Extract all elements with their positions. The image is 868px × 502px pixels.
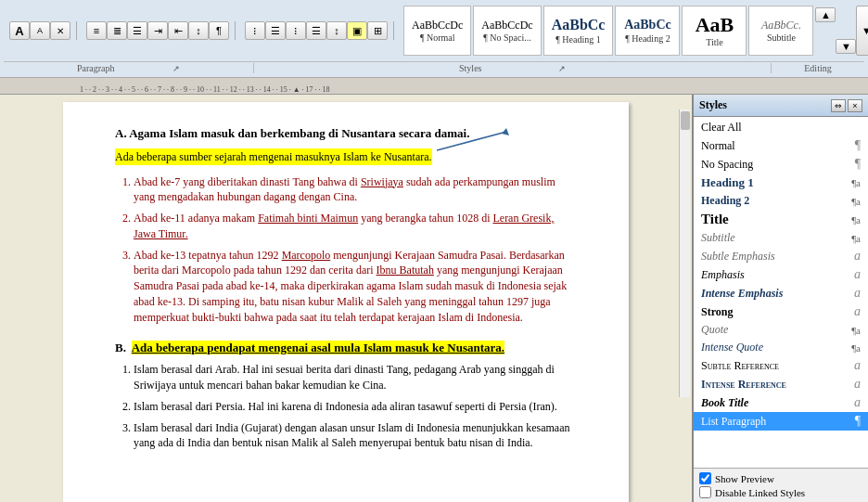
style-nospace-preview: AaBbCcDc — [481, 19, 532, 31]
styles-item-subtle-emphasis[interactable]: Subtle Emphasis a — [694, 247, 868, 265]
sort[interactable]: ↕ — [188, 21, 209, 40]
styles-scroll-up[interactable]: ▲ — [815, 7, 836, 22]
style-nospace[interactable]: AaBbCcDc ¶ No Spaci... — [473, 6, 541, 56]
styles-panel: Styles ⇔ × Clear All Normal ¶ No Spacing… — [692, 95, 868, 502]
style-h2-label: ¶ Heading 2 — [625, 33, 670, 44]
section-b: B. Ada beberapa pendapat mengenai asal m… — [115, 339, 577, 451]
style-title-label: Title — [706, 37, 723, 47]
style-normal[interactable]: AaBbCcDc ¶ Normal — [403, 6, 471, 56]
styles-item-subtitle[interactable]: Subtitle ¶a — [694, 229, 868, 247]
styles-section: AaBbCcDc ¶ Normal AaBbCcDc ¶ No Spaci...… — [398, 6, 868, 56]
styles-panel-footer: Show Preview Disable Linked Styles — [694, 468, 868, 502]
style-heading2[interactable]: AaBbCc ¶ Heading 2 — [615, 6, 680, 56]
section-a-heading: A. Agama Islam masuk dan berkembang di N… — [115, 124, 577, 143]
line-spacing[interactable]: ↕ — [326, 21, 347, 40]
list-b-item-2: Islam berasal dari Persia. Hal ini karen… — [134, 399, 577, 415]
styles-item-intense-emphasis[interactable]: Intense Emphasis a — [694, 284, 868, 302]
style-title-preview: AaB — [696, 15, 734, 35]
styles-item-clear-all[interactable]: Clear All — [694, 119, 868, 136]
style-normal-label: ¶ Normal — [420, 32, 455, 43]
editing-section-label: Editing — [772, 63, 864, 73]
list-section: ≡ ≣ ☰ ⇥ ⇤ ↕ ¶ — [81, 21, 236, 40]
styles-item-intense-reference[interactable]: Intense Reference a — [694, 375, 868, 393]
bullet-list[interactable]: ≡ — [86, 21, 107, 40]
styles-item-normal[interactable]: Normal ¶ — [694, 136, 868, 155]
align-section: ⫶ ☰ ⫶ ☰ ↕ ▣ ⊞ — [239, 21, 394, 40]
styles-list: Clear All Normal ¶ No Spacing ¶ Heading … — [694, 117, 868, 468]
shading[interactable]: ▣ — [347, 21, 367, 40]
section-a-intro: Ada beberapa sumber sejarah mengenai mas… — [115, 148, 432, 165]
style-heading1[interactable]: AaBbCc ¶ Heading 1 — [543, 6, 614, 56]
document-area: A. Agama Islam masuk dan berkembang di N… — [0, 95, 692, 502]
style-subtitle[interactable]: AaBbCc. Subtitle — [748, 6, 813, 56]
clear-format[interactable]: ✕ — [50, 21, 70, 40]
list-a-item-3: Abad ke-13 tepatnya tahun 1292 Marcopolo… — [134, 248, 577, 326]
ribbon: A A ✕ ≡ ≣ ☰ ⇥ ⇤ ↕ ¶ ⫶ ☰ ⫶ ☰ ↕ ▣ ⊞ AaBbCc… — [0, 0, 868, 78]
scrollbar-thumb[interactable] — [681, 111, 690, 130]
list-a-item-1: Abad ke-7 yang diberitakan dinasti Tang … — [134, 174, 577, 206]
toolbar-row: A A ✕ ≡ ≣ ☰ ⇥ ⇤ ↕ ¶ ⫶ ☰ ⫶ ☰ ↕ ▣ ⊞ AaBbCc… — [4, 2, 864, 59]
styles-scroll-down[interactable]: ▼ — [836, 39, 856, 54]
show-preview-checkbox[interactable] — [699, 472, 711, 484]
styles-panel-title: Styles — [699, 98, 727, 112]
styles-section-label: Styles ↗ — [254, 63, 772, 73]
style-nospace-label: ¶ No Spaci... — [483, 32, 530, 43]
style-subtitle-preview: AaBbCc. — [761, 19, 801, 31]
styles-scrollbar[interactable] — [679, 109, 690, 397]
list-a-item-2: Abad ke-11 adanya makam Fatimah binti Ma… — [134, 211, 577, 242]
style-h1-label: ¶ Heading 1 — [555, 34, 600, 45]
styles-item-book-title[interactable]: Book Title a — [694, 393, 868, 412]
font-size-decrease[interactable]: A — [9, 21, 30, 40]
list-a: Abad ke-7 yang diberitakan dinasti Tang … — [134, 174, 577, 326]
numbered-list[interactable]: ≣ — [107, 21, 127, 40]
ruler: 1 · · 2 · · 3 · · 4 · · 5 · · 6 · · 7 · … — [0, 78, 868, 95]
styles-item-quote[interactable]: Quote ¶a — [694, 321, 868, 339]
align-center[interactable]: ☰ — [265, 21, 286, 40]
styles-gallery: AaBbCcDc ¶ Normal AaBbCcDc ¶ No Spaci...… — [403, 6, 868, 56]
show-preview-label: Show Preview — [715, 473, 774, 484]
paragraph-section-label: Paragraph ↗ — [4, 63, 254, 73]
disable-linked-row: Disable Linked Styles — [699, 486, 862, 498]
show-marks[interactable]: ¶ — [209, 21, 229, 40]
styles-item-title[interactable]: Title ¶a — [694, 210, 868, 229]
font-size-increase[interactable]: A — [30, 21, 50, 40]
increase-indent[interactable]: ⇥ — [147, 21, 168, 40]
list-b-item-3: Islam berasal dari India (Gujarat) denga… — [134, 420, 577, 452]
align-justify[interactable]: ☰ — [306, 21, 326, 40]
main-area: A. Agama Islam masuk dan berkembang di N… — [0, 95, 868, 502]
disable-linked-checkbox[interactable] — [699, 486, 711, 498]
styles-item-emphasis[interactable]: Emphasis a — [694, 265, 868, 284]
list-b-item-1: Islam berasal dari Arab. Hal ini sesuai … — [134, 362, 577, 393]
style-normal-preview: AaBbCcDc — [412, 19, 463, 31]
styles-item-subtle-reference[interactable]: Subtle Reference a — [694, 356, 868, 375]
outline-list[interactable]: ☰ — [127, 21, 147, 40]
styles-item-list-paragraph[interactable]: List Paragraph ¶ — [694, 412, 868, 431]
styles-item-intense-quote[interactable]: Intense Quote ¶a — [694, 339, 868, 356]
show-preview-row: Show Preview — [699, 472, 862, 484]
styles-panel-header: Styles ⇔ × — [694, 95, 868, 117]
style-h2-preview: AaBbCc — [624, 19, 671, 32]
font-section: A A ✕ — [4, 21, 77, 40]
style-title[interactable]: AaB Title — [682, 6, 747, 56]
styles-panel-close[interactable]: × — [848, 99, 862, 112]
style-h1-preview: AaBbCc — [552, 18, 606, 32]
decrease-indent[interactable]: ⇤ — [168, 21, 188, 40]
styles-panel-resize[interactable]: ⇔ — [831, 99, 846, 112]
styles-item-nospacing[interactable]: No Spacing ¶ — [694, 155, 868, 174]
align-right[interactable]: ⫶ — [286, 21, 306, 40]
style-subtitle-label: Subtitle — [767, 32, 796, 43]
paragraph-dialog-launcher[interactable]: ↗ — [172, 64, 180, 73]
list-b: Islam berasal dari Arab. Hal ini sesuai … — [134, 362, 577, 451]
styles-panel-actions: ⇔ × — [831, 99, 862, 112]
styles-item-heading1[interactable]: Heading 1 ¶a — [694, 174, 868, 192]
disable-linked-label: Disable Linked Styles — [715, 487, 805, 498]
section-b-heading: B. Ada beberapa pendapat mengenai asal m… — [115, 339, 577, 357]
align-left[interactable]: ⫶ — [245, 21, 265, 40]
ruler-marks: 1 · · 2 · · 3 · · 4 · · 5 · · 6 · · 7 · … — [76, 85, 330, 94]
styles-more[interactable]: ▼ — [856, 6, 868, 56]
styles-dialog-launcher[interactable]: ↗ — [558, 64, 566, 73]
document-page: A. Agama Islam masuk dan berkembang di N… — [63, 102, 629, 502]
borders[interactable]: ⊞ — [367, 21, 388, 40]
styles-item-strong[interactable]: Strong a — [694, 302, 868, 321]
styles-item-heading2[interactable]: Heading 2 ¶a — [694, 192, 868, 210]
